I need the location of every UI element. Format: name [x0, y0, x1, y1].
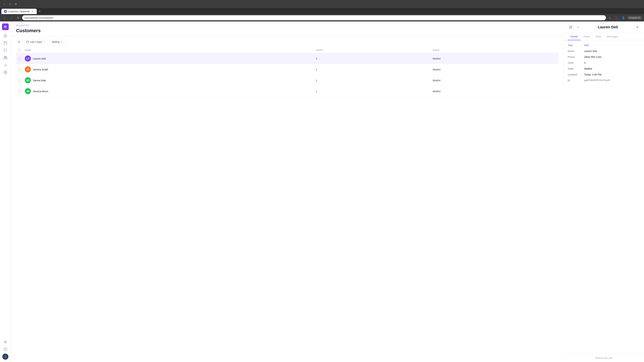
bookmark-button[interactable]: ☆: [607, 15, 613, 20]
visits-column-header: VISITS: [314, 48, 430, 53]
sidebar-item-lightning[interactable]: [2, 339, 9, 345]
detail-header: Lauren Deli ✕: [564, 21, 644, 33]
main-header: Moodjoy7434 Customers: [11, 21, 564, 36]
svg-marker-9: [4, 340, 7, 344]
tab-details[interactable]: Details: [568, 33, 581, 40]
browser-controls: ─ □ ✕: [2, 2, 18, 6]
name-label: Name: [568, 50, 583, 52]
tags-value[interactable]: Add: [584, 44, 640, 46]
detail-close-button[interactable]: ✕: [634, 24, 640, 30]
tab-visits[interactable]: Visits: [593, 33, 604, 40]
url-text: new.waitwhile.com/customers: [24, 16, 53, 19]
detail-footer: Restore last visit: [564, 354, 644, 362]
new-tab-button[interactable]: +: [38, 9, 42, 14]
sidebar-avatar[interactable]: M: [2, 23, 9, 30]
table-row[interactable]: SD Sarina Dale 1 Waitlist: [16, 75, 558, 86]
detail-row-state: State Waitlist: [568, 67, 640, 70]
sidebar-item-chat[interactable]: [2, 47, 9, 54]
detail-row-phone: Phone (484) 569-1184: [568, 55, 640, 58]
date-filter-button[interactable]: Last 7 days: [24, 39, 48, 45]
table-container: NAME VISITS STATE LD Lauren Deli 2 Waitl…: [11, 48, 564, 362]
id-label: ID: [568, 79, 583, 82]
toolbar: Last 7 days Waiting: [11, 39, 564, 45]
state-value: Waitlist: [584, 67, 640, 70]
visits-value: 2: [584, 61, 640, 64]
tab-messages[interactable]: Messages: [604, 33, 621, 40]
sidebar-item-home[interactable]: [2, 32, 9, 39]
svg-text:👤: 👤: [4, 356, 7, 358]
svg-rect-16: [27, 41, 29, 43]
name-value: Lauren Deli: [584, 50, 640, 52]
state-label: State: [568, 67, 583, 70]
customers-table: NAME VISITS STATE LD Lauren Deli 2 Waitl…: [16, 48, 558, 97]
checkbox-header: [16, 48, 23, 53]
updated-label: Updated: [568, 73, 583, 76]
address-bar-right: ☆ ⬛ 👤 Incognito (2): [607, 15, 642, 20]
sidebar-item-analytics[interactable]: [2, 62, 9, 68]
back-button[interactable]: ←: [2, 15, 8, 20]
tab-notes[interactable]: Notes: [581, 33, 593, 40]
app: M 👤: [0, 21, 644, 362]
more-options-button[interactable]: [575, 24, 581, 30]
profile-button[interactable]: 👤: [621, 15, 626, 20]
state-column-header: STATE: [430, 48, 558, 53]
incognito-badge: Incognito (2): [628, 16, 642, 19]
browser-chrome: ─ □ ✕: [0, 0, 644, 8]
org-name: Moodjoy7434: [16, 24, 558, 27]
tab-close-button[interactable]: ✕: [31, 10, 34, 13]
maximize-button[interactable]: □: [8, 2, 12, 6]
detail-row-tags: Tags Add: [568, 44, 640, 46]
address-bar-row: ← → ↻ new.waitwhile.com/customers ☆ ⬛ 👤 …: [0, 14, 644, 21]
table-row[interactable]: JS Jemina Smith 1 Waitlist: [16, 64, 558, 75]
main-content: Moodjoy7434 Customers Last 7 days Waitin…: [11, 21, 564, 362]
svg-point-21: [579, 27, 579, 27]
reload-button[interactable]: ↻: [16, 15, 21, 20]
active-tab[interactable]: M Customers | Waitwhile ✕: [1, 9, 37, 14]
detail-panel: Lauren Deli ✕ Details Notes Visits Messa…: [564, 21, 644, 362]
svg-point-22: [577, 27, 578, 27]
forward-button[interactable]: →: [9, 15, 14, 20]
detail-row-updated: Updated Today, 3:49 PM: [568, 73, 640, 76]
tab-favicon: M: [4, 10, 7, 13]
visits-label: Visits: [568, 61, 583, 64]
sidebar-user-avatar[interactable]: 👤: [2, 353, 9, 360]
extensions-button[interactable]: ⬛: [614, 15, 619, 20]
phone-value: (484) 569-1184: [584, 55, 640, 58]
state-filter-label: Waiting: [52, 40, 60, 43]
name-column-header: NAME: [23, 48, 314, 53]
svg-point-4: [4, 56, 5, 57]
svg-point-20: [578, 27, 578, 27]
detail-row-name: Name Lauren Deli: [568, 50, 640, 52]
sidebar-item-customers[interactable]: [2, 54, 9, 61]
detail-row-id: ID ggWFlWAtf7RFPlnJt7yeZ9: [568, 79, 640, 82]
address-bar[interactable]: new.waitwhile.com/customers: [22, 15, 606, 20]
updated-value: Today, 3:49 PM: [584, 73, 640, 76]
sidebar: M 👤: [0, 21, 11, 362]
tab-bar: M Customers | Waitwhile ✕ +: [0, 8, 644, 14]
svg-point-8: [5, 72, 6, 73]
detail-tabs: Details Notes Visits Messages: [564, 33, 644, 40]
svg-line-15: [20, 42, 20, 43]
id-value: ggWFlWAtf7RFPlnJt7yeZ9: [584, 79, 640, 81]
tab-title: Customers | Waitwhile: [8, 10, 30, 13]
sidebar-item-settings[interactable]: [2, 69, 9, 76]
search-button[interactable]: [16, 39, 22, 45]
restore-last-visit-button[interactable]: Restore last visit: [595, 357, 612, 359]
tags-label: Tags: [568, 44, 583, 46]
table-row[interactable]: JM Jessica Moon 1 Waitlist: [16, 86, 558, 97]
state-filter-button[interactable]: Waiting: [50, 39, 65, 45]
sidebar-item-calendar[interactable]: [2, 39, 9, 46]
detail-panel-title: Lauren Deli: [581, 25, 634, 29]
svg-rect-0: [4, 42, 7, 44]
table-row[interactable]: LD Lauren Deli 2 Waitlist: [16, 53, 558, 64]
phone-label: Phone: [568, 55, 583, 58]
minimize-button[interactable]: ─: [2, 2, 7, 6]
page-title: Customers: [16, 28, 558, 33]
detail-row-visits: Visits 2: [568, 61, 640, 64]
detail-content: Tags Add Name Lauren Deli Phone (484) 56…: [564, 40, 644, 354]
detail-actions: [568, 24, 581, 30]
close-window-button[interactable]: ✕: [14, 2, 18, 6]
date-filter-label: Last 7 days: [30, 40, 42, 43]
sidebar-item-help[interactable]: [2, 346, 9, 353]
edit-button[interactable]: [568, 24, 574, 30]
